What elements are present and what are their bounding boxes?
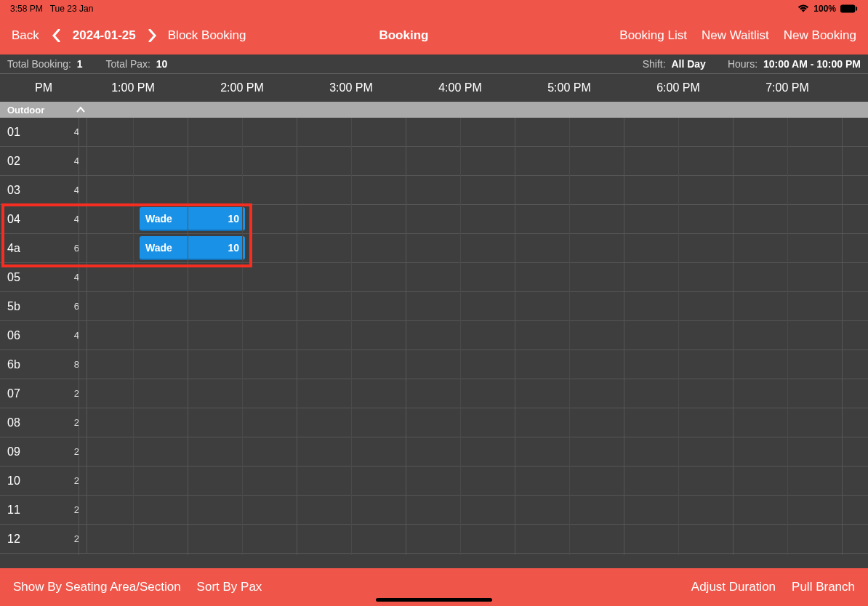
table-row[interactable]: 072 xyxy=(0,379,868,408)
table-row[interactable]: 064 xyxy=(0,321,868,350)
timeline-time: 1:00 PM xyxy=(111,81,155,94)
table-capacity: 2 xyxy=(74,446,79,457)
booking-list-link[interactable]: Booking List xyxy=(619,28,687,43)
table-name: 01 xyxy=(7,126,20,139)
table-label-cell[interactable]: 014 xyxy=(0,118,87,146)
table-row[interactable]: 092 xyxy=(0,437,868,466)
table-capacity: 2 xyxy=(74,533,79,544)
page-title: Booking xyxy=(188,28,620,43)
table-label-cell[interactable]: 5b6 xyxy=(0,292,87,320)
home-indicator xyxy=(376,598,492,602)
table-row[interactable]: 122 xyxy=(0,525,868,554)
table-capacity: 2 xyxy=(74,388,79,399)
table-row[interactable]: 5b6 xyxy=(0,292,868,321)
timeline-header: PM 1:00 PM2:00 PM3:00 PM4:00 PM5:00 PM6:… xyxy=(0,74,868,102)
table-row[interactable]: 6b8 xyxy=(0,350,868,379)
table-capacity: 6 xyxy=(74,301,79,312)
top-nav: Back 2024-01-25 Block Booking Booking Bo… xyxy=(0,17,868,54)
table-label-cell[interactable]: 072 xyxy=(0,379,87,408)
table-name: 6b xyxy=(7,358,20,371)
row-cells[interactable] xyxy=(87,350,868,379)
table-name: 09 xyxy=(7,445,20,458)
table-label-cell[interactable]: 092 xyxy=(0,437,87,466)
status-bar: 3:58 PM Tue 23 Jan 100% xyxy=(0,0,868,17)
row-cells[interactable] xyxy=(87,408,868,437)
table-label-cell[interactable]: 102 xyxy=(0,466,87,495)
booking-name: Wade xyxy=(145,242,172,254)
total-booking-value: 1 xyxy=(77,58,83,70)
svg-rect-0 xyxy=(840,4,855,12)
row-cells[interactable] xyxy=(87,466,868,495)
table-label-cell[interactable]: 044 xyxy=(0,205,87,233)
row-cells[interactable] xyxy=(87,292,868,320)
table-row[interactable]: 044Wade10 xyxy=(0,205,868,234)
table-name: 08 xyxy=(7,416,20,429)
status-time: 3:58 PM xyxy=(10,4,43,14)
table-row[interactable]: 102 xyxy=(0,466,868,496)
battery-percent: 100% xyxy=(813,4,836,14)
table-name: 05 xyxy=(7,271,20,284)
section-header[interactable]: Outdoor xyxy=(0,102,868,118)
show-by-button[interactable]: Show By Seating Area/Section xyxy=(13,580,181,594)
table-label-cell[interactable]: 034 xyxy=(0,176,87,204)
table-capacity: 8 xyxy=(74,359,79,370)
table-name: 4a xyxy=(7,242,20,255)
table-row[interactable]: 082 xyxy=(0,408,868,437)
new-waitlist-link[interactable]: New Waitlist xyxy=(702,28,769,43)
row-cells[interactable] xyxy=(87,525,868,553)
timeline-first-col: PM xyxy=(0,81,87,94)
table-row[interactable]: 054 xyxy=(0,263,868,292)
booking-block[interactable]: Wade10 xyxy=(140,236,245,260)
table-label-cell[interactable]: 4a6 xyxy=(0,234,87,262)
table-row[interactable]: 024 xyxy=(0,147,868,176)
table-name: 06 xyxy=(7,329,20,342)
info-bar: Total Booking: 1 Total Pax: 10 Shift: Al… xyxy=(0,54,868,74)
sort-by-button[interactable]: Sort By Pax xyxy=(197,580,262,594)
table-row[interactable]: 014 xyxy=(0,118,868,147)
table-label-cell[interactable]: 112 xyxy=(0,496,87,524)
table-name: 10 xyxy=(7,474,20,488)
booking-block[interactable]: Wade10 xyxy=(140,207,245,231)
table-label-cell[interactable]: 064 xyxy=(0,321,87,350)
row-cells[interactable] xyxy=(87,437,868,466)
table-capacity: 4 xyxy=(74,185,79,195)
shift-label: Shift: xyxy=(643,58,666,70)
row-cells[interactable]: Wade10 xyxy=(87,205,868,233)
nav-date[interactable]: 2024-01-25 xyxy=(73,28,136,43)
table-row[interactable]: 112 xyxy=(0,496,868,525)
pull-branch-button[interactable]: Pull Branch xyxy=(792,580,855,594)
table-label-cell[interactable]: 082 xyxy=(0,408,87,437)
row-cells[interactable] xyxy=(87,263,868,291)
chevron-left-icon[interactable] xyxy=(52,29,61,42)
booking-pax: 10 xyxy=(228,242,239,254)
table-label-cell[interactable]: 024 xyxy=(0,147,87,175)
table-row[interactable]: 034 xyxy=(0,176,868,205)
row-cells[interactable] xyxy=(87,496,868,524)
section-name: Outdoor xyxy=(7,105,44,116)
chevron-right-icon[interactable] xyxy=(148,29,156,42)
booking-pax: 10 xyxy=(228,213,239,225)
new-booking-link[interactable]: New Booking xyxy=(784,28,856,43)
status-date: Tue 23 Jan xyxy=(50,4,94,14)
table-name: 03 xyxy=(7,184,20,197)
row-cells[interactable] xyxy=(87,118,868,146)
row-cells[interactable] xyxy=(87,176,868,204)
row-cells[interactable] xyxy=(87,321,868,350)
chevron-up-icon[interactable] xyxy=(76,106,85,113)
adjust-duration-button[interactable]: Adjust Duration xyxy=(691,580,776,594)
table-name: 11 xyxy=(7,504,20,517)
timeline-time: 7:00 PM xyxy=(765,81,809,94)
table-label-cell[interactable]: 122 xyxy=(0,525,87,553)
hours-label: Hours: xyxy=(728,58,758,70)
hours-value: 10:00 AM - 10:00 PM xyxy=(763,58,861,70)
table-row[interactable]: 4a6Wade10 xyxy=(0,234,868,263)
table-capacity: 2 xyxy=(74,504,79,515)
shift-value[interactable]: All Day xyxy=(671,58,705,70)
row-cells[interactable]: Wade10 xyxy=(87,234,868,262)
table-label-cell[interactable]: 6b8 xyxy=(0,350,87,379)
total-pax-label: Total Pax: xyxy=(106,58,150,70)
row-cells[interactable] xyxy=(87,379,868,408)
back-button[interactable]: Back xyxy=(12,28,39,43)
table-label-cell[interactable]: 054 xyxy=(0,263,87,291)
row-cells[interactable] xyxy=(87,147,868,175)
